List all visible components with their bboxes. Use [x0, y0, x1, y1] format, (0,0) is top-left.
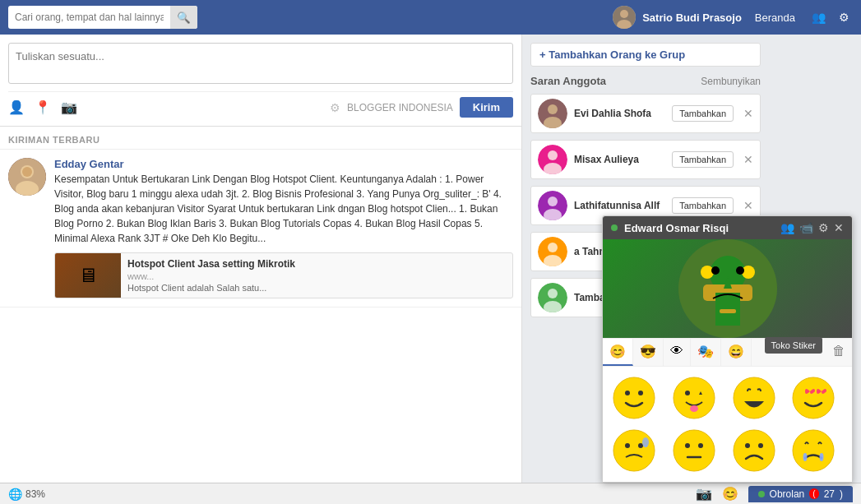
shared-link-url: www...	[127, 271, 295, 281]
search-input[interactable]	[8, 8, 170, 26]
svg-point-20	[548, 289, 558, 298]
post-actions: 👤 📍 📷 ⚙ BLOGGER INDONESIA Kirim	[8, 91, 513, 118]
tambahkan-button[interactable]: Tambahkan	[672, 151, 734, 168]
svg-point-37	[734, 377, 775, 418]
svg-point-41	[638, 443, 643, 448]
emoji-tab-trash[interactable]: 🗑 Toko Stiker	[826, 339, 852, 366]
obrolan-bar[interactable]: Obrolan ( 27 )	[748, 486, 853, 502]
add-friend-icon[interactable]: 👥	[780, 221, 794, 234]
close-icon[interactable]: ✕	[834, 221, 844, 234]
svg-point-36	[690, 405, 698, 412]
emoji-tab-recent[interactable]: 👁	[664, 339, 691, 366]
top-navigation: 🔍 Satrio Budi Prasojo Beranda 👥 ⚙	[0, 0, 861, 35]
emoji-neutral[interactable]	[669, 426, 719, 475]
settings-icon[interactable]: ⚙	[836, 7, 853, 27]
emoji-panel: 😊 😎 👁 🎭 😄 🗑 Toko Stiker	[603, 338, 852, 482]
blogger-section: ⚙ BLOGGER INDONESIA Kirim	[330, 97, 513, 118]
saran-hide-btn[interactable]: Sembunyikan	[701, 76, 761, 87]
add-member-btn[interactable]: + Tambahkan Orang ke Grup	[530, 43, 761, 67]
svg-point-11	[548, 150, 558, 160]
emoji-smile[interactable]	[609, 373, 659, 423]
member-item: Misax Aulieya Tambahkan ✕	[530, 140, 761, 179]
svg-point-48	[758, 443, 763, 448]
chat-header: Edward Osmar Risqi 👥 📹 ⚙ ✕	[603, 216, 852, 239]
kirim-button[interactable]: Kirim	[460, 97, 513, 118]
gear-icon[interactable]: ⚙	[818, 221, 829, 234]
post-content: Edday Gentar Kesempatan Untuk Bertukaran…	[54, 158, 513, 298]
post-text: Kesempatan Untuk Bertukaran Link Dengan …	[54, 172, 513, 246]
video-icon[interactable]: 📹	[799, 221, 813, 234]
svg-point-29	[736, 266, 744, 275]
svg-point-28	[711, 266, 720, 275]
emoji-tab-art[interactable]: 🎭	[691, 339, 721, 366]
svg-rect-30	[720, 309, 736, 313]
emoji-sweat[interactable]	[609, 426, 659, 475]
camera-icon[interactable]: 📷	[61, 99, 77, 115]
progress-area: 🌐 83%	[8, 488, 45, 501]
svg-point-6	[22, 167, 32, 177]
toko-stiker-tooltip: Toko Stiker	[765, 337, 822, 354]
blogger-label: BLOGGER INDONESIA	[347, 102, 453, 113]
search-button[interactable]: 🔍	[170, 6, 197, 29]
emoji-tab-stickers[interactable]: 😎	[633, 339, 664, 366]
svg-point-51	[820, 453, 824, 461]
member-item: Evi Dahlia Shofa Tambahkan ✕	[530, 94, 761, 133]
member-close-icon[interactable]: ✕	[743, 199, 753, 212]
post-author-avatar[interactable]	[8, 158, 46, 196]
member-avatar	[538, 237, 567, 266]
post-author-name[interactable]: Edday Gentar	[54, 158, 513, 170]
svg-point-8	[548, 104, 558, 114]
emoji-tab-animated[interactable]: 😄	[721, 339, 752, 366]
tambahkan-button[interactable]: Tambahkan	[672, 197, 734, 214]
svg-point-40	[625, 443, 630, 448]
chat-friend-image	[603, 239, 852, 338]
avatar[interactable]	[613, 6, 636, 29]
shared-link-image: 🖥	[55, 253, 121, 298]
svg-point-46	[734, 430, 775, 471]
obrolan-count: (	[809, 488, 818, 499]
emoji-love[interactable]	[789, 373, 838, 423]
search-bar[interactable]: 🔍	[8, 6, 197, 29]
location-icon[interactable]: 📍	[35, 99, 51, 115]
member-close-icon[interactable]: ✕	[743, 153, 753, 166]
bottom-right: 📷 😊 Obrolan ( 27 )	[696, 486, 853, 502]
chat-header-icons: 👥 📹 ⚙ ✕	[780, 221, 844, 234]
member-close-icon[interactable]: ✕	[743, 107, 753, 120]
chat-username: Edward Osmar Risqi	[624, 222, 774, 234]
nav-home-link[interactable]: Beranda	[748, 8, 802, 27]
post-textarea[interactable]	[8, 43, 513, 84]
emoji-laugh[interactable]	[729, 373, 779, 423]
tambahkan-button[interactable]: Tambahkan	[672, 105, 734, 122]
svg-point-39	[613, 430, 655, 471]
svg-point-49	[793, 430, 834, 471]
emoji-grid	[603, 367, 852, 482]
svg-point-50	[803, 453, 808, 461]
emoji-tab-faces[interactable]: 😊	[603, 339, 633, 366]
svg-point-34	[674, 377, 715, 418]
recent-label: KIRIMAN TERBARU	[0, 127, 521, 150]
member-name: Lathifatunnisa Allf	[574, 200, 665, 211]
svg-point-35	[685, 391, 690, 395]
member-avatar	[538, 191, 567, 220]
svg-point-17	[548, 243, 558, 252]
emoji-cry[interactable]	[789, 426, 838, 475]
emoji-bottom-icon[interactable]: 😊	[722, 486, 738, 502]
add-person-icon[interactable]: 👤	[8, 99, 25, 115]
svg-point-31	[613, 377, 655, 418]
nav-username[interactable]: Satrio Budi Prasojo	[642, 12, 742, 24]
emoji-tongue[interactable]	[669, 373, 719, 423]
shared-link[interactable]: 🖥 Hotspot Client Jasa setting Mikrotik w…	[54, 252, 513, 298]
member-avatar	[538, 283, 567, 312]
friends-icon[interactable]: 👥	[808, 7, 829, 27]
bottom-bar: 🌐 83% 📷 😊 Obrolan ( 27 )	[0, 483, 861, 504]
emoji-worried[interactable]	[729, 426, 779, 475]
emoji-tabs: 😊 😎 👁 🎭 😄 🗑 Toko Stiker	[603, 339, 852, 367]
saran-title: Saran Anggota	[530, 75, 606, 87]
shared-link-info: Hotspot Client Jasa setting Mikrotik www…	[121, 253, 302, 298]
saran-header: Saran Anggota Sembunyikan	[530, 75, 761, 87]
member-name: Evi Dahlia Shofa	[574, 108, 665, 119]
obrolan-online-dot	[758, 491, 765, 497]
svg-point-33	[638, 391, 643, 395]
shared-link-title: Hotspot Client Jasa setting Mikrotik	[127, 258, 295, 270]
camera-bottom-icon[interactable]: 📷	[696, 486, 712, 502]
